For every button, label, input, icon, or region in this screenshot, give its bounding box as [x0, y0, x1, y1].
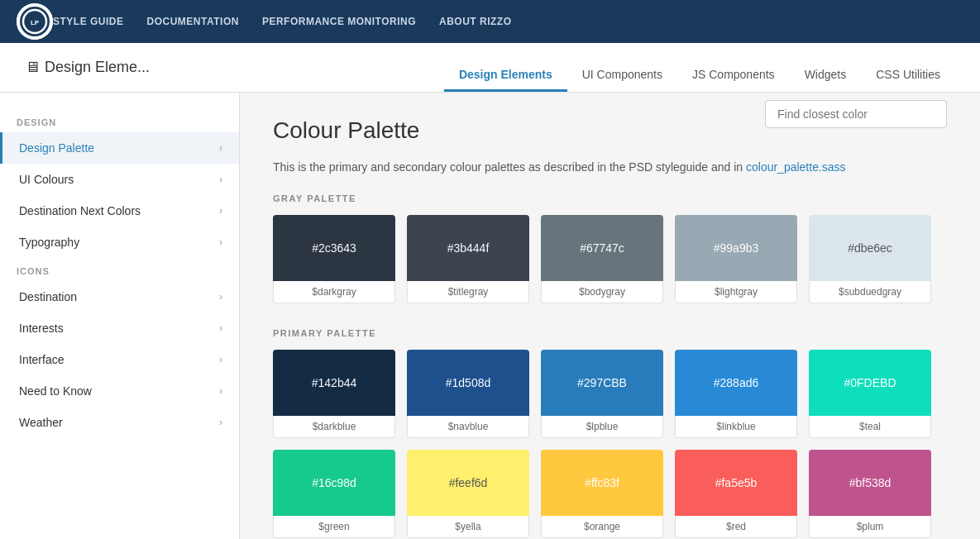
color-box-darkgray: #2c3643 [273, 215, 395, 281]
color-label-lightgray: $lightgray [675, 281, 797, 303]
top-navigation: LP STYLE GUIDE DOCUMENTATION PERFORMANCE… [0, 0, 980, 43]
sidebar-section-design-label: DESIGN [0, 109, 239, 132]
sidebar-item-destination[interactable]: Destination › [0, 281, 239, 312]
color-label-plum: $plum [809, 516, 931, 538]
color-label-titlegray: $titlegray [407, 281, 529, 303]
color-box-titlegray: #3b444f [407, 215, 529, 281]
sidebar-item-dest-next-label: Destination Next Colors [19, 204, 141, 217]
chevron-icon: › [219, 417, 222, 428]
page-title: Colour Palette [273, 117, 419, 144]
color-box-subduedgray: #dbe6ec [809, 215, 931, 281]
sidebar-item-ui-colours[interactable]: UI Colours › [0, 164, 239, 195]
nav-about-rizzo[interactable]: ABOUT RIZZO [439, 16, 512, 27]
nav-style-guide[interactable]: STYLE GUIDE [53, 16, 124, 27]
sidebar-item-typography-label: Typography [19, 236, 79, 249]
main-layout: DESIGN Design Palette › UI Colours › Des… [0, 93, 980, 539]
color-label-darkgray: $darkgray [273, 281, 395, 303]
color-label-green: $green [273, 516, 395, 538]
color-box-teal: #0FDEBD [809, 350, 931, 416]
sidebar-item-destination-label: Destination [19, 290, 77, 303]
sidebar-item-ui-colours-label: UI Colours [19, 173, 74, 186]
color-swatch-yella: #feef6d $yella [407, 450, 529, 538]
color-swatch-orange: #ffc83f $orange [541, 450, 663, 538]
color-label-bodygray: $bodygray [541, 281, 663, 303]
chevron-icon: › [219, 385, 222, 397]
nav-performance-monitoring[interactable]: PERFORMANCE MONITORING [262, 16, 416, 27]
color-box-lightgray: #99a9b3 [675, 215, 797, 281]
color-label-darkblue: $darkblue [273, 416, 395, 438]
header-bar: 🖥 Design Eleme... Design Elements UI Com… [0, 43, 980, 93]
color-label-teal: $teal [809, 416, 931, 438]
color-swatch-green: #16c98d $green [273, 450, 395, 538]
sidebar-item-weather-label: Weather [19, 416, 63, 429]
tab-widgets[interactable]: Widgets [790, 61, 862, 92]
color-label-subduedgray: $subduedgray [809, 281, 931, 303]
chevron-icon: › [219, 236, 222, 248]
color-box-plum: #bf538d [809, 450, 931, 516]
nav-documentation[interactable]: DOCUMENTATION [147, 16, 239, 27]
sidebar-item-interests-label: Interests [19, 322, 64, 335]
primary-palette-label: PRIMARY PALETTE [273, 328, 947, 338]
chevron-icon: › [219, 354, 222, 365]
sidebar-item-need-to-know-label: Need to Know [19, 384, 92, 398]
chevron-icon: › [219, 322, 222, 334]
color-box-linkblue: #288ad6 [675, 350, 797, 416]
header-title: 🖥 Design Eleme... [25, 59, 150, 76]
color-swatch-teal: #0FDEBD $teal [809, 350, 931, 438]
color-box-orange: #ffc83f [541, 450, 663, 516]
chevron-icon: › [219, 205, 222, 217]
color-label-orange: $orange [541, 516, 663, 538]
color-swatch-lightgray: #99a9b3 $lightgray [675, 215, 797, 303]
header-title-text: Design Eleme... [45, 59, 150, 76]
colour-palette-sass-link[interactable]: colour_palette.sass [746, 160, 846, 174]
color-label-red: $red [675, 516, 797, 538]
color-swatch-lpblue: #297CBB $lpblue [541, 350, 663, 438]
color-swatch-bodygray: #67747c $bodygray [541, 215, 663, 303]
color-box-navblue: #1d508d [407, 350, 529, 416]
logo[interactable]: LP [17, 3, 53, 40]
color-label-lpblue: $lpblue [541, 416, 663, 438]
color-swatch-darkgray: #2c3643 $darkgray [273, 215, 395, 303]
find-color-input[interactable] [765, 100, 947, 128]
tab-js-components[interactable]: JS Components [677, 61, 790, 92]
page-description: This is the primary and secondary colour… [273, 160, 947, 174]
content-area: Colour Palette This is the primary and s… [240, 93, 980, 539]
top-nav-links: STYLE GUIDE DOCUMENTATION PERFORMANCE MO… [53, 16, 512, 27]
sidebar-item-weather[interactable]: Weather › [0, 407, 239, 438]
sidebar-item-interface[interactable]: Interface › [0, 344, 239, 375]
sidebar: DESIGN Design Palette › UI Colours › Des… [0, 93, 240, 539]
sidebar-item-typography[interactable]: Typography › [0, 227, 239, 258]
color-swatch-plum: #bf538d $plum [809, 450, 931, 538]
sidebar-item-design-palette-label: Design Palette [19, 141, 94, 155]
chevron-icon: › [219, 142, 222, 154]
color-box-bodygray: #67747c [541, 215, 663, 281]
sidebar-item-need-to-know[interactable]: Need to Know › [0, 375, 239, 407]
sidebar-item-interests[interactable]: Interests › [0, 312, 239, 344]
gray-palette-section: GRAY PALETTE #2c3643 $darkgray #3b444f $… [273, 193, 947, 303]
color-label-yella: $yella [407, 516, 529, 538]
color-swatch-titlegray: #3b444f $titlegray [407, 215, 529, 303]
color-label-linkblue: $linkblue [675, 416, 797, 438]
primary-palette-section: PRIMARY PALETTE #142b44 $darkblue #1d508… [273, 328, 947, 538]
tab-ui-components[interactable]: UI Components [567, 61, 677, 92]
gray-palette-label: GRAY PALETTE [273, 193, 947, 203]
primary-palette-row-2: #16c98d $green #feef6d $yella #ffc83f $o… [273, 450, 947, 538]
sidebar-section-icons-label: ICONS [0, 258, 239, 281]
chevron-icon: › [219, 291, 222, 303]
page-description-text: This is the primary and secondary colour… [273, 160, 743, 174]
sidebar-item-destination-next-colors[interactable]: Destination Next Colors › [0, 195, 239, 227]
sidebar-item-interface-label: Interface [19, 353, 64, 366]
header-tabs: Design Elements UI Components JS Compone… [444, 43, 955, 92]
chevron-icon: › [219, 174, 222, 185]
color-swatch-linkblue: #288ad6 $linkblue [675, 350, 797, 438]
color-box-red: #fa5e5b [675, 450, 797, 516]
tab-css-utilities[interactable]: CSS Utilities [861, 61, 955, 92]
color-box-green: #16c98d [273, 450, 395, 516]
color-swatch-subduedgray: #dbe6ec $subduedgray [809, 215, 931, 303]
color-box-darkblue: #142b44 [273, 350, 395, 416]
gray-palette-row: #2c3643 $darkgray #3b444f $titlegray #67… [273, 215, 947, 303]
color-label-navblue: $navblue [407, 416, 529, 438]
color-box-lpblue: #297CBB [541, 350, 663, 416]
sidebar-item-design-palette[interactable]: Design Palette › [0, 132, 239, 164]
tab-design-elements[interactable]: Design Elements [444, 61, 567, 92]
